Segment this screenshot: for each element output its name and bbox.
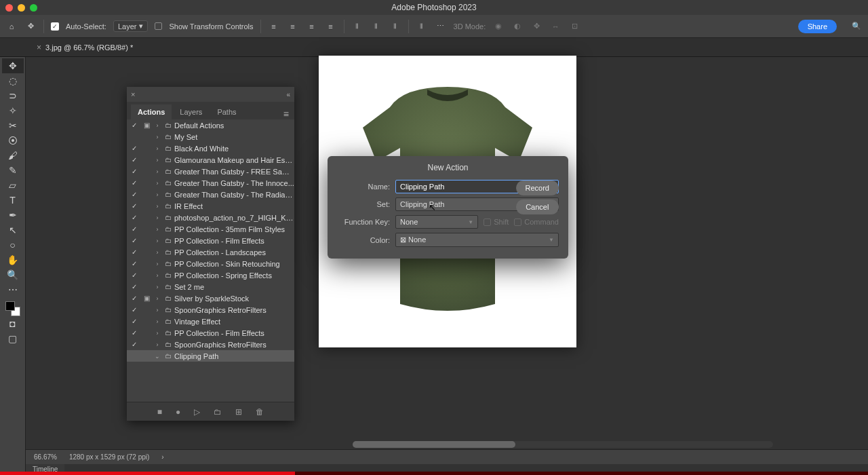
toggle-icon[interactable]: ✓ xyxy=(128,156,140,164)
toggle-icon[interactable]: ✓ xyxy=(128,179,140,187)
align-center-icon[interactable]: ≡ xyxy=(287,20,299,33)
expand-icon[interactable]: › xyxy=(153,203,162,210)
action-row[interactable]: ✓›🗀PP Collection - Film Effects xyxy=(127,327,294,339)
align-to-icon[interactable]: ⫴ xyxy=(416,20,428,33)
action-row[interactable]: ›🗀My Set xyxy=(127,131,294,142)
action-row[interactable]: ✓›🗀PP Collection - Spring Effects xyxy=(127,269,294,281)
tab-actions[interactable]: Actions xyxy=(131,104,172,119)
toggle-icon[interactable]: ✓ xyxy=(128,248,140,256)
search-icon[interactable]: 🔍 xyxy=(850,20,863,33)
brush-tool[interactable]: 🖌 xyxy=(2,148,24,163)
fn-select[interactable]: None▼ xyxy=(395,215,478,229)
expand-icon[interactable]: › xyxy=(153,295,162,302)
expand-icon[interactable]: › xyxy=(153,284,162,290)
document-tab[interactable]: × 3.jpg @ 66.7% (RGB/8#) * xyxy=(31,39,138,56)
align-top-icon[interactable]: ≡ xyxy=(325,20,337,33)
expand-icon[interactable]: › xyxy=(153,134,162,140)
action-row[interactable]: ✓▣›🗀Silver by SparkleStock xyxy=(127,292,294,304)
record-icon[interactable]: ● xyxy=(176,407,180,417)
heal-tool[interactable]: ✎ xyxy=(2,163,24,178)
action-row[interactable]: ✓›🗀Vintage Effect xyxy=(127,316,294,327)
lasso-tool[interactable]: ⊃ xyxy=(2,88,24,103)
home-icon[interactable]: ⌂ xyxy=(5,20,18,33)
toggle-icon[interactable]: ✓ xyxy=(128,294,140,302)
expand-icon[interactable]: › xyxy=(153,214,162,221)
expand-icon[interactable]: › xyxy=(153,318,162,325)
modal-icon[interactable]: ▣ xyxy=(140,294,153,302)
edit-toolbar[interactable]: ⋯ xyxy=(2,282,24,297)
roll-icon[interactable]: ◐ xyxy=(511,20,524,33)
expand-icon[interactable]: › xyxy=(153,307,162,314)
panel-menu-icon[interactable]: ≡ xyxy=(283,109,290,119)
delete-icon[interactable]: 🗑 xyxy=(256,407,264,417)
action-row[interactable]: ✓›🗀SpoonGraphics RetroFilters xyxy=(127,339,294,350)
scale-icon[interactable]: ⊡ xyxy=(568,20,580,33)
zoom-level[interactable]: 66.67% xyxy=(34,453,57,461)
play-icon[interactable]: ▷ xyxy=(194,407,200,417)
record-button[interactable]: Record xyxy=(516,180,559,195)
tab-layers[interactable]: Layers xyxy=(173,104,209,119)
action-row[interactable]: ✓›🗀Glamourana Makeup and Hair Ess... xyxy=(127,154,294,166)
action-row[interactable]: ✓›🗀Greater Than Gatsby - The Innoce... xyxy=(127,177,294,189)
path-tool[interactable]: ↖ xyxy=(2,223,24,238)
toggle-icon[interactable]: ✓ xyxy=(128,214,140,221)
close-panel-icon[interactable]: × xyxy=(131,90,135,98)
toggle-icon[interactable]: ✓ xyxy=(128,260,140,267)
action-row[interactable]: ✓›🗀PP Collection - Skin Retouching xyxy=(127,258,294,269)
expand-icon[interactable]: › xyxy=(153,168,162,175)
close-tab-icon[interactable]: × xyxy=(37,43,41,52)
video-progress[interactable] xyxy=(0,472,868,475)
expand-icon[interactable]: › xyxy=(153,226,162,233)
transform-checkbox[interactable] xyxy=(155,22,162,30)
toggle-icon[interactable]: ✓ xyxy=(128,191,140,198)
tab-paths[interactable]: Paths xyxy=(210,104,243,119)
expand-icon[interactable]: ⌄ xyxy=(153,353,162,360)
share-button[interactable]: Share xyxy=(798,20,837,33)
h-scrollbar[interactable] xyxy=(353,441,773,448)
action-row[interactable]: ✓›🗀photoshop_action_no_7_HIGH_KE... xyxy=(127,212,294,223)
action-row[interactable]: ✓›🗀PP Collection - 35mm Film Styles xyxy=(127,223,294,235)
expand-icon[interactable]: › xyxy=(153,191,162,198)
expand-icon[interactable]: › xyxy=(153,261,162,267)
zoom-window[interactable] xyxy=(30,4,37,12)
align-right-icon[interactable]: ≡ xyxy=(306,20,318,33)
distribute-spacing-icon[interactable]: ⫴ xyxy=(389,20,401,33)
action-row[interactable]: ✓›🗀IR Effect xyxy=(127,200,294,212)
toggle-icon[interactable]: ✓ xyxy=(128,225,140,233)
action-row[interactable]: ✓›🗀Greater Than Gatsby - FREE Samp... xyxy=(127,166,294,177)
stop-icon[interactable]: ■ xyxy=(157,407,162,417)
expand-icon[interactable]: › xyxy=(153,157,162,164)
toggle-icon[interactable]: ✓ xyxy=(128,306,140,314)
more-icon[interactable]: ⋯ xyxy=(435,20,447,33)
expand-icon[interactable]: › xyxy=(153,238,162,244)
action-row[interactable]: ✓▣›🗀Default Actions xyxy=(127,119,294,131)
toggle-icon[interactable]: ✓ xyxy=(128,341,140,348)
hand-tool[interactable]: ✋ xyxy=(2,252,24,267)
toggle-icon[interactable]: ✓ xyxy=(128,271,140,279)
expand-icon[interactable]: › xyxy=(153,272,162,279)
screen-mode[interactable]: ▢ xyxy=(2,331,24,346)
action-row[interactable]: ✓›🗀Black And White xyxy=(127,142,294,154)
collapse-panel-icon[interactable]: « xyxy=(286,91,290,98)
close-window[interactable] xyxy=(5,4,13,12)
toggle-icon[interactable]: ✓ xyxy=(128,121,140,129)
expand-icon[interactable]: › xyxy=(153,180,162,187)
shape-tool[interactable]: ○ xyxy=(2,238,24,252)
eyedropper-tool[interactable]: ⦿ xyxy=(2,133,24,148)
action-row[interactable]: ✓›🗀PP Collection - Film Effects xyxy=(127,235,294,246)
move-tool-icon[interactable]: ✥ xyxy=(24,20,37,33)
modal-icon[interactable]: ▣ xyxy=(140,121,153,129)
expand-icon[interactable]: › xyxy=(153,249,162,256)
minimize-window[interactable] xyxy=(18,4,25,12)
expand-icon[interactable]: › xyxy=(153,341,162,348)
distribute-v-icon[interactable]: ⫴ xyxy=(370,20,382,33)
color-select[interactable]: ⊠ None▼ xyxy=(395,233,559,247)
orbit-icon[interactable]: ◉ xyxy=(492,20,505,33)
cancel-button[interactable]: Cancel xyxy=(516,200,559,214)
wand-tool[interactable]: ✧ xyxy=(2,103,24,118)
status-chevron-icon[interactable]: › xyxy=(161,453,163,461)
marquee-tool[interactable]: ◌ xyxy=(2,73,24,88)
toggle-icon[interactable]: ✓ xyxy=(128,283,140,290)
align-left-icon[interactable]: ≡ xyxy=(268,20,280,33)
expand-icon[interactable]: › xyxy=(153,145,162,152)
